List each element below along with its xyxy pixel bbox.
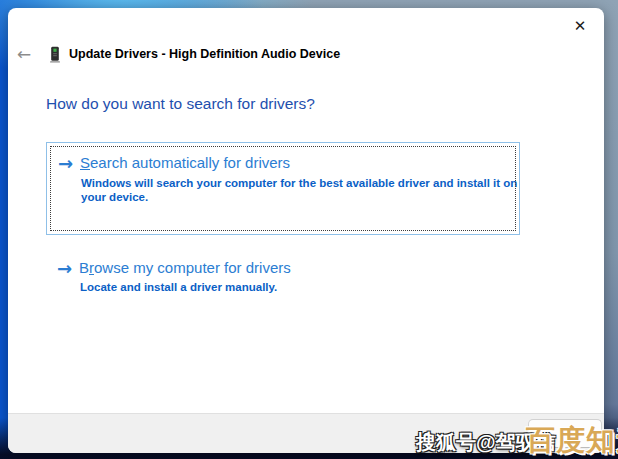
option-search-title: Search automatically for drivers [80, 154, 290, 171]
dialog-header: ← Update Drivers - High Definition Audio… [8, 42, 604, 66]
dialog-title: Update Drivers - High Definition Audio D… [69, 47, 340, 61]
page-title: How do you want to search for drivers? [46, 95, 315, 113]
arrow-right-icon: → [57, 260, 72, 278]
option-browse-description: Locate and install a driver manually. [80, 280, 522, 294]
arrow-right-icon: → [58, 155, 73, 173]
option-search-automatically[interactable]: → Search automatically for drivers Windo… [46, 142, 520, 235]
option-browse-title-post: owse my computer for drivers [94, 259, 291, 276]
close-icon[interactable]: ✕ [563, 13, 597, 39]
back-arrow-icon[interactable]: ← [17, 46, 37, 63]
dialog-footer [8, 413, 604, 453]
option-search-title-post: earch automatically for drivers [90, 154, 290, 171]
option-browse-title-pre: B [79, 259, 89, 276]
option-search-title-accelerator: S [80, 154, 90, 171]
option-browse-computer[interactable]: → Browse my computer for drivers Locate … [46, 252, 520, 304]
option-browse-title: Browse my computer for drivers [79, 259, 291, 276]
cancel-button[interactable] [528, 419, 602, 448]
audio-device-icon [48, 46, 62, 63]
update-drivers-dialog: ✕ ← Update Drivers - High Definition Aud… [8, 8, 604, 453]
option-search-description: Windows will search your computer for th… [81, 176, 523, 204]
